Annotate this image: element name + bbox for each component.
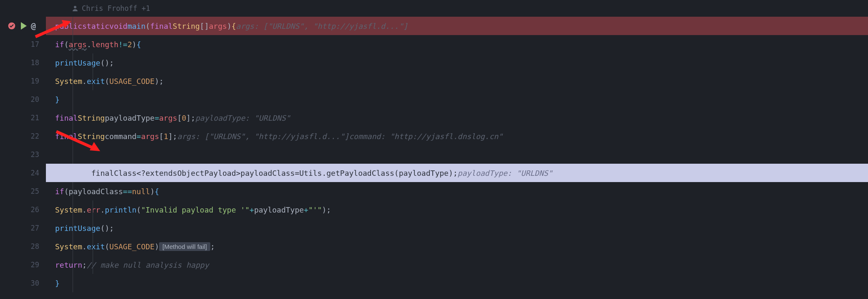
svg-point-1	[74, 6, 76, 8]
gutter: @ 17 18 19 20 21 22 23 24 25 26 27 28 29…	[0, 0, 46, 299]
code-line[interactable]	[46, 145, 868, 164]
code-editor: @ 17 18 19 20 21 22 23 24 25 26 27 28 29…	[0, 0, 868, 299]
inline-hint: args: ["URLDNS", "http://yjasfl.d..."]	[177, 132, 349, 141]
inline-hint: payloadType: "URLDNS"	[195, 114, 290, 122]
code-line[interactable]: System.exit(USAGE_CODE);	[46, 72, 868, 90]
code-line[interactable]: public static void main(final String[] a…	[46, 17, 868, 35]
line-number[interactable]: 29	[0, 256, 46, 274]
inline-warning-badge[interactable]: [Method will fail]	[159, 242, 210, 251]
line-number[interactable]: 18	[0, 53, 46, 72]
code-area[interactable]: Chris Frohoff +1 public static void main…	[46, 0, 868, 299]
inline-hint: payloadType: "URLDNS"	[458, 169, 553, 177]
line-number[interactable]: 17	[0, 35, 46, 53]
line-number[interactable]: 28	[0, 237, 46, 256]
line-number[interactable]: 27	[0, 219, 46, 237]
line-number[interactable]: 30	[0, 274, 46, 292]
line-number[interactable]: 23	[0, 145, 46, 164]
line-number[interactable]: 26	[0, 200, 46, 219]
line-number[interactable]: 25	[0, 182, 46, 200]
code-line[interactable]: }	[46, 90, 868, 109]
breakpoint-check-icon[interactable]	[8, 22, 16, 30]
code-line[interactable]: printUsage();	[46, 53, 868, 72]
inline-hint: args: ["URLDNS", "http://yjasfl.d..."]	[236, 22, 408, 30]
code-line[interactable]: System.err.println("Invalid payload type…	[46, 200, 868, 219]
code-line[interactable]: final String payloadType = args[0]; payl…	[46, 109, 868, 127]
author-name: Chris Frohoff +1	[82, 4, 150, 13]
person-icon	[72, 5, 78, 12]
code-line[interactable]: System.exit(USAGE_CODE) [Method will fai…	[46, 237, 868, 256]
line-number[interactable]: 22	[0, 127, 46, 145]
run-icon[interactable]	[21, 22, 27, 30]
code-line[interactable]: }	[46, 274, 868, 292]
at-icon[interactable]: @	[31, 21, 36, 31]
code-line[interactable]: return; // make null analysis happy	[46, 256, 868, 274]
code-line[interactable]: final String command = args[1]; args: ["…	[46, 127, 868, 145]
inline-hint: command: "http://yjasfl.dnslog.cn"	[349, 132, 502, 141]
line-number[interactable]: 19	[0, 72, 46, 90]
line-number[interactable]: 21	[0, 109, 46, 127]
code-line[interactable]: printUsage();	[46, 219, 868, 237]
code-author-lens[interactable]: Chris Frohoff +1	[46, 0, 868, 17]
code-line[interactable]: if (args.length != 2) {	[46, 35, 868, 53]
line-number[interactable]: 24	[0, 164, 46, 182]
line-number[interactable]: 20	[0, 90, 46, 109]
code-line[interactable]: if (payloadClass == null) {	[46, 182, 868, 200]
code-line-selected[interactable]: final Class<? extends ObjectPayload> pay…	[46, 164, 868, 182]
gutter-icons-row[interactable]: @	[0, 17, 46, 35]
